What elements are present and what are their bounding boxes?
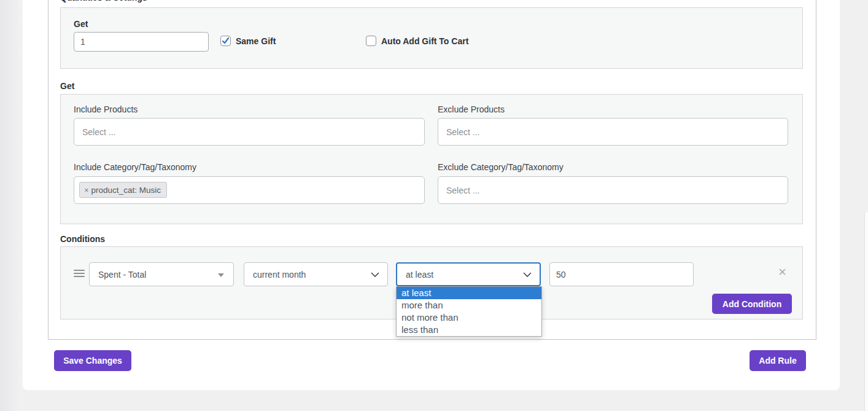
chevron-down-icon — [523, 272, 532, 277]
condition-operator-select[interactable]: at least — [396, 262, 541, 286]
condition-period-select[interactable]: current month — [244, 262, 388, 286]
include-products-placeholder: Select ... — [82, 127, 115, 137]
add-rule-button[interactable]: Add Rule — [750, 350, 806, 371]
plugin-settings-page: Quantities & Settings Get Same Gift Auto… — [0, 0, 868, 411]
condition-field-value: Spent - Total — [98, 270, 146, 280]
page-left-background — [0, 0, 23, 411]
tag-label: product_cat: Music — [91, 186, 161, 195]
dropdown-option-less-than[interactable]: less than — [397, 324, 541, 336]
remove-condition-icon[interactable]: × — [778, 265, 786, 279]
get-products-section — [60, 94, 803, 224]
exclude-taxonomy-label: Exclude Category/Tag/Taxonomy — [438, 162, 564, 172]
conditions-title: Conditions — [60, 234, 105, 244]
include-taxonomy-select[interactable]: × product_cat: Music — [74, 176, 425, 204]
operator-dropdown-menu: at least more than not more than less th… — [396, 286, 542, 337]
drag-handle-icon[interactable] — [74, 270, 85, 278]
save-changes-button[interactable]: Save Changes — [54, 350, 131, 371]
dropdown-option-at-least[interactable]: at least — [397, 287, 541, 299]
get-section-title: Get — [60, 81, 74, 91]
include-products-label: Include Products — [74, 104, 138, 114]
condition-field-select[interactable]: Spent - Total — [89, 262, 234, 286]
exclude-taxonomy-placeholder: Select ... — [446, 186, 479, 195]
exclude-products-label: Exclude Products — [438, 104, 505, 114]
check-icon — [222, 37, 230, 45]
get-quantity-input[interactable] — [74, 32, 209, 52]
dropdown-option-not-more-than[interactable]: not more than — [397, 311, 541, 324]
add-condition-button[interactable]: Add Condition — [712, 294, 792, 314]
caret-down-icon — [218, 273, 224, 277]
auto-add-gift-label: Auto Add Gift To Cart — [381, 36, 468, 46]
tag-remove-icon[interactable]: × — [84, 186, 89, 194]
scrollbar[interactable] — [864, 212, 868, 411]
condition-operator-value: at least — [406, 270, 433, 280]
same-gift-checkbox[interactable] — [220, 36, 231, 46]
condition-value-input[interactable] — [549, 262, 694, 286]
auto-add-gift-checkbox[interactable] — [366, 36, 376, 46]
exclude-products-placeholder: Select ... — [446, 127, 479, 137]
exclude-products-select[interactable]: Select ... — [438, 118, 788, 146]
same-gift-label: Same Gift — [236, 36, 276, 46]
condition-period-value: current month — [253, 270, 306, 280]
taxonomy-tag: × product_cat: Music — [79, 182, 167, 198]
include-taxonomy-label: Include Category/Tag/Taxonomy — [74, 162, 196, 172]
dropdown-option-more-than[interactable]: more than — [397, 299, 541, 311]
exclude-taxonomy-select[interactable]: Select ... — [438, 176, 788, 204]
include-products-select[interactable]: Select ... — [74, 118, 425, 146]
chevron-down-icon — [371, 272, 379, 277]
quantities-settings-title: Quantities & Settings — [60, 0, 147, 2]
get-quantity-label: Get — [74, 19, 88, 29]
